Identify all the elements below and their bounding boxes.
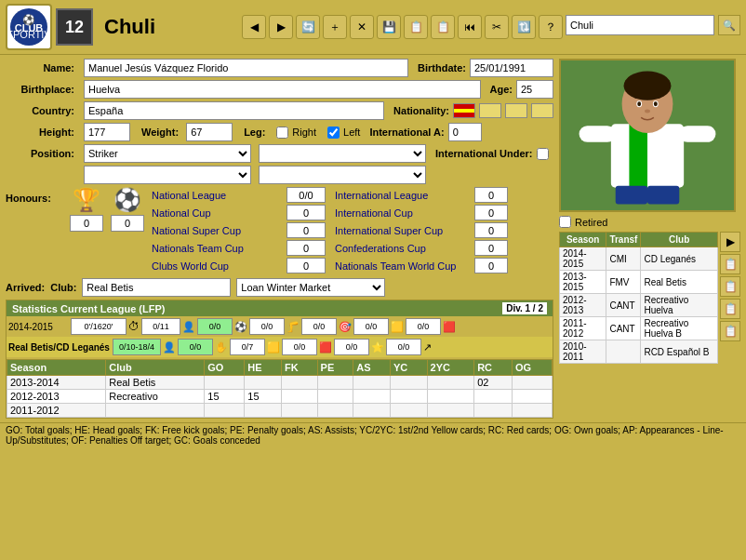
career-row-1: 2013-2015 FMV Real Betis: [560, 271, 718, 294]
player-photo-svg: [561, 59, 734, 212]
honour-val-1[interactable]: [474, 187, 508, 203]
player-photo: [559, 59, 736, 212]
career-row-2: 2012-2013 CANT Recreativo Huelva: [560, 294, 718, 317]
honour-name-7: Confederations Cup: [335, 243, 474, 254]
position-select[interactable]: Striker: [84, 144, 251, 163]
save-btn[interactable]: 💾: [377, 15, 401, 39]
honour-val-4[interactable]: [286, 222, 326, 238]
delete-btn[interactable]: ✕: [350, 15, 374, 39]
row1-pe: [317, 390, 353, 404]
row1-yc: [390, 390, 427, 404]
market-select[interactable]: Loan Winter Market: [236, 278, 385, 297]
div-badge: Div. 1 / 2: [502, 302, 547, 314]
search-input[interactable]: [566, 15, 714, 35]
position-select2[interactable]: [259, 144, 426, 163]
row1-2yc: [427, 390, 474, 404]
extra-select2[interactable]: [259, 166, 426, 184]
cut-btn[interactable]: ✂: [485, 15, 509, 39]
honour-val-7[interactable]: [474, 240, 508, 256]
honour-name-4: National Super Cup: [152, 225, 286, 236]
right-checkbox[interactable]: [276, 127, 288, 139]
honour-name-3: International Cup: [335, 207, 474, 219]
stat-cell-4: 0/0: [353, 318, 389, 335]
intl-a-input[interactable]: [448, 123, 482, 141]
row2-he: [245, 404, 282, 418]
club-label: Club:: [50, 282, 76, 293]
row2-fk: [281, 404, 317, 418]
trophy2-count[interactable]: [111, 215, 144, 232]
search-button[interactable]: 🔍: [718, 15, 740, 35]
career-nav-btn-4[interactable]: 📋: [720, 299, 740, 319]
career-club-4: RCD Español B: [641, 340, 718, 364]
career-season-3: 2011-2012: [560, 317, 606, 340]
stats-minutes: 0'/1620': [71, 318, 127, 335]
honour-row-1: National Cup International Cup: [152, 205, 553, 220]
first-btn[interactable]: ⏮: [458, 15, 482, 39]
row2-pe: [317, 404, 353, 418]
paste-btn[interactable]: 📋: [431, 15, 455, 39]
row0-2yc: [427, 376, 474, 390]
svg-point-13: [645, 110, 650, 113]
tackle-icon: 🦵: [286, 321, 300, 333]
trophy1-count[interactable]: [70, 215, 103, 232]
career-row-3: 2011-2012 CANT Recreativo Huelva B: [560, 317, 718, 340]
club-input[interactable]: [82, 278, 231, 297]
row2-season: 2011-2012: [7, 404, 106, 418]
stat-cell-3: 0/0: [301, 318, 337, 335]
honour-val-9[interactable]: [474, 258, 508, 273]
honour-val-6[interactable]: [286, 240, 326, 256]
career-nav-btn-5[interactable]: 📋: [720, 321, 740, 341]
yellow-icon: 🟨: [391, 321, 404, 333]
weight-input[interactable]: [186, 123, 233, 141]
team-stat-5: 0/0: [386, 339, 421, 355]
row0-pe: [317, 376, 353, 390]
retired-checkbox[interactable]: [559, 216, 571, 228]
career-transf-1: FMV: [606, 271, 641, 294]
career-club-2: Recreativo Huelva: [641, 294, 718, 317]
nav-back-btn[interactable]: ◀: [242, 15, 266, 39]
copy-btn[interactable]: 📋: [404, 15, 428, 39]
help-btn[interactable]: ？: [539, 15, 563, 39]
height-input[interactable]: [84, 123, 130, 141]
refresh-btn[interactable]: 🔄: [296, 15, 320, 39]
birthdate-input[interactable]: [470, 59, 553, 77]
country-input[interactable]: [84, 101, 384, 120]
honour-val-5[interactable]: [474, 222, 508, 238]
honour-val-2[interactable]: [286, 205, 326, 220]
honour-val-8[interactable]: [286, 258, 326, 273]
career-nav-btn-3[interactable]: 📋: [720, 276, 740, 297]
col-go: GO: [205, 360, 245, 376]
honour-val-0[interactable]: [286, 187, 326, 203]
transfer-btn[interactable]: 🔃: [512, 15, 536, 39]
col-og: OG: [512, 360, 552, 376]
career-row-0: 2014-2015 CMI CD Leganés: [560, 247, 718, 271]
birthplace-input[interactable]: [84, 80, 481, 99]
career-col-season: Season: [560, 233, 606, 247]
team-star-icon: ⭐: [371, 341, 384, 353]
nav-fwd-btn[interactable]: ▶: [269, 15, 293, 39]
career-nav-btn-1[interactable]: ▶: [720, 232, 740, 252]
row1-og: [512, 390, 552, 404]
left-checkbox[interactable]: [327, 127, 340, 139]
row1-rc: [474, 390, 513, 404]
stats-apps: 0/11: [141, 318, 180, 335]
col-yc: YC: [390, 360, 427, 376]
honour-name-5: International Super Cup: [335, 225, 474, 236]
career-club-1: Real Betis: [641, 271, 718, 294]
team-arrow-icon: ↗: [423, 341, 432, 353]
intl-a-label: International A:: [369, 127, 444, 138]
intl-under-checkbox[interactable]: [537, 148, 549, 160]
row2-club: [106, 404, 205, 418]
extra-select1[interactable]: [84, 166, 251, 184]
age-input[interactable]: [516, 80, 553, 99]
trophy2-icon: ⚽: [113, 187, 141, 213]
add-btn[interactable]: ＋: [323, 15, 347, 39]
row0-as: [353, 376, 391, 390]
career-nav-btn-2[interactable]: 📋: [720, 254, 740, 274]
trophy1-col: 🏆: [70, 187, 103, 275]
table-row: 2012-2013 Recreativo 15 15: [7, 390, 553, 404]
birthplace-label: Birthplace:: [6, 84, 80, 95]
name-input[interactable]: [84, 59, 408, 77]
career-col-transf: Transf: [606, 233, 641, 247]
honour-val-3[interactable]: [474, 205, 508, 220]
